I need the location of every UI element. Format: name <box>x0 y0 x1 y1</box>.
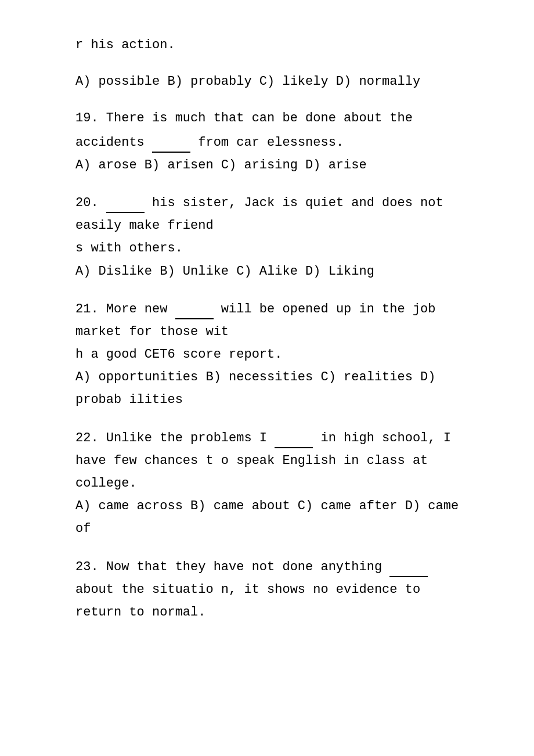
q23-line2: about the situatio n, it shows no eviden… <box>75 579 488 600</box>
q22-block: 22. Unlike the problems I in high school… <box>75 427 488 539</box>
q18-options-block: A) possible B) probably C) likely D) nor… <box>75 71 488 92</box>
q21-block: 21. More new will be opened up in the jo… <box>75 298 488 411</box>
q22-options-line1: A) came across B) came about C) came aft… <box>75 496 488 516</box>
q23-line1: 23. Now that they have not done anything <box>75 556 488 577</box>
q21-line3: h a good CET6 score report. <box>75 344 488 365</box>
q23-blank <box>389 556 428 577</box>
q20-line3: s with others. <box>75 238 488 258</box>
q21-blank <box>175 298 214 319</box>
q20-blank <box>106 192 145 213</box>
q21-options-line1: A) opportunities B) necessities C) reali… <box>75 367 488 387</box>
q22-blank <box>275 427 313 448</box>
q22-line2: have few chances t o speak English in cl… <box>75 451 488 471</box>
q22-options-line2: of <box>75 519 488 539</box>
content-block: r his action. A) possible B) probably C)… <box>75 35 488 622</box>
q21-line2: market for those wit <box>75 322 488 342</box>
intro-line: r his action. <box>75 35 488 55</box>
q23-line3: return to normal. <box>75 602 488 622</box>
q21-line1: 21. More new will be opened up in the jo… <box>75 298 488 319</box>
q18-options: A) possible B) probably C) likely D) nor… <box>75 71 488 92</box>
q22-line1: 22. Unlike the problems I in high school… <box>75 427 488 448</box>
q19-blank <box>152 131 190 153</box>
q20-line2: easily make friend <box>75 215 488 236</box>
q22-line3: college. <box>75 473 488 494</box>
q20-block: 20. his sister, Jack is quiet and does n… <box>75 192 488 282</box>
q20-line1: 20. his sister, Jack is quiet and does n… <box>75 192 488 213</box>
q19-line1: 19. There is much that can be done about… <box>75 108 488 128</box>
intro-line-block: r his action. <box>75 35 488 55</box>
q19-line2: accidents from car elessness. <box>75 131 488 153</box>
q19-options: A) arose B) arisen C) arising D) arise <box>75 155 488 175</box>
q20-options: A) Dislike B) Unlike C) Alike D) Liking <box>75 261 488 282</box>
q23-block: 23. Now that they have not done anything… <box>75 556 488 623</box>
q21-options-line2: probab ilities <box>75 390 488 410</box>
q19-block: 19. There is much that can be done about… <box>75 108 488 175</box>
